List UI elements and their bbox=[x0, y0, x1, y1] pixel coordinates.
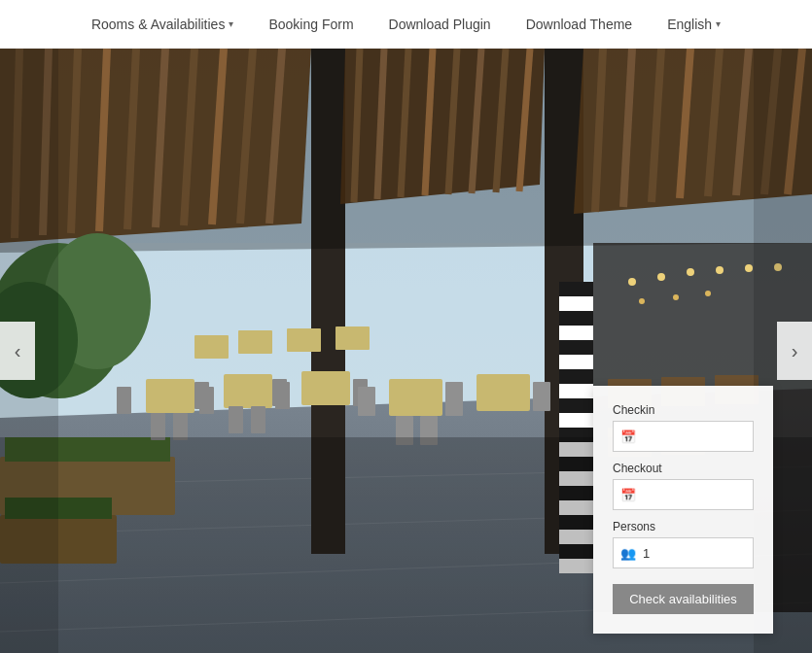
chevron-left-icon: ‹ bbox=[15, 340, 21, 362]
navigation: Rooms & Availabilities ▾ Booking Form Do… bbox=[0, 0, 812, 49]
persons-field-group: Persons 👥 bbox=[613, 520, 754, 568]
nav-theme[interactable]: Download Theme bbox=[526, 17, 632, 32]
svg-point-73 bbox=[657, 273, 665, 281]
check-availabilities-label: Check availabilities bbox=[629, 592, 737, 606]
svg-point-79 bbox=[673, 294, 679, 300]
carousel-next-button[interactable]: › bbox=[777, 322, 812, 380]
svg-point-80 bbox=[705, 291, 711, 296]
svg-rect-66 bbox=[533, 382, 550, 411]
svg-rect-57 bbox=[272, 379, 287, 406]
nav-plugin-label: Download Plugin bbox=[389, 17, 491, 32]
svg-rect-47 bbox=[117, 387, 131, 414]
svg-rect-52 bbox=[194, 382, 209, 409]
chevron-down-icon: ▾ bbox=[716, 18, 721, 29]
svg-marker-38 bbox=[0, 49, 812, 253]
svg-rect-90 bbox=[559, 369, 593, 384]
checkin-input-wrapper: 📅 bbox=[613, 421, 754, 452]
checkout-label: Checkout bbox=[613, 462, 754, 475]
svg-rect-56 bbox=[301, 371, 350, 405]
nav-language-label: English bbox=[667, 17, 712, 32]
checkin-label: Checkin bbox=[613, 403, 754, 417]
svg-rect-51 bbox=[224, 374, 272, 408]
nav-rooms-label: Rooms & Availabilities bbox=[91, 17, 225, 32]
svg-rect-91 bbox=[559, 398, 593, 413]
svg-rect-54 bbox=[229, 406, 243, 433]
svg-rect-60 bbox=[358, 387, 375, 416]
nav-booking-label: Booking Form bbox=[268, 17, 353, 32]
checkin-field-group: Checkin 📅 bbox=[613, 403, 754, 452]
nav-language[interactable]: English ▾ bbox=[667, 17, 721, 32]
checkout-field-group: Checkout 📅 bbox=[613, 462, 754, 510]
svg-rect-50 bbox=[173, 413, 188, 440]
svg-rect-89 bbox=[559, 340, 593, 355]
check-availabilities-button[interactable]: Check availabilities bbox=[613, 584, 754, 614]
chevron-down-icon: ▾ bbox=[229, 18, 233, 29]
svg-rect-67 bbox=[194, 335, 229, 359]
svg-point-72 bbox=[628, 278, 636, 286]
hero-section: ‹ › Checkin 📅 Checkout 📅 Persons 👥 bbox=[0, 49, 812, 653]
svg-rect-59 bbox=[389, 379, 442, 416]
nav-plugin[interactable]: Download Plugin bbox=[389, 17, 491, 32]
checkout-input-wrapper: 📅 bbox=[613, 479, 754, 510]
svg-rect-65 bbox=[445, 382, 463, 411]
svg-rect-49 bbox=[151, 413, 165, 440]
carousel-prev-button[interactable]: ‹ bbox=[0, 322, 35, 380]
svg-rect-70 bbox=[335, 326, 370, 350]
svg-rect-88 bbox=[559, 311, 593, 326]
persons-input-wrapper: 👥 bbox=[613, 537, 754, 568]
svg-rect-55 bbox=[251, 406, 265, 433]
checkout-input[interactable] bbox=[613, 479, 754, 510]
svg-rect-69 bbox=[287, 328, 321, 352]
svg-point-78 bbox=[639, 298, 645, 304]
svg-rect-46 bbox=[146, 379, 194, 413]
svg-point-74 bbox=[687, 268, 694, 276]
svg-rect-68 bbox=[238, 330, 272, 354]
nav-theme-label: Download Theme bbox=[526, 17, 632, 32]
persons-input[interactable] bbox=[613, 537, 754, 568]
nav-rooms[interactable]: Rooms & Availabilities ▾ bbox=[91, 17, 233, 32]
nav-booking[interactable]: Booking Form bbox=[268, 17, 353, 32]
persons-label: Persons bbox=[613, 520, 754, 533]
svg-point-75 bbox=[716, 266, 724, 274]
checkin-input[interactable] bbox=[613, 421, 754, 452]
svg-rect-87 bbox=[559, 282, 593, 296]
svg-rect-64 bbox=[477, 374, 530, 411]
svg-point-76 bbox=[745, 264, 753, 272]
chevron-right-icon: › bbox=[792, 340, 798, 362]
booking-panel: Checkin 📅 Checkout 📅 Persons 👥 Check ava… bbox=[593, 386, 773, 634]
